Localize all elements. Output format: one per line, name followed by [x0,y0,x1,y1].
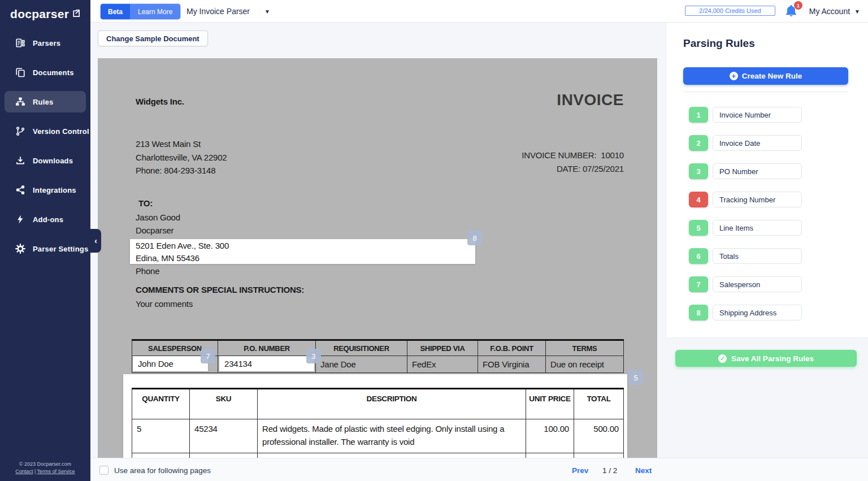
rule-number-badge: 7 [689,276,708,292]
export-icon [71,8,81,20]
download-icon [15,155,25,166]
rule-number-badge: 3 [689,163,708,179]
document-preview[interactable]: Widgets Inc. INVOICE 213 West Main St Ch… [98,58,657,458]
table-cell-unit-price: 100.00 [526,419,574,453]
parsing-rules-panel: Parsing Rules + Create New Rule 1 Invoic… [667,23,868,337]
table-header: QUANTITY [132,389,190,419]
panel-title: Parsing Rules [683,37,755,50]
shipping-address-highlight[interactable]: 5201 Eden Ave., Ste. 300 Edina, MN 55436 [130,239,475,264]
table-cell-partial-text: if installed by un-licensed widget insta… [258,453,526,458]
change-sample-document-button[interactable]: Change Sample Document [98,31,208,46]
rule-badge-salesperson[interactable]: 7 [201,349,215,363]
table-header: P.O. NUMBER [218,340,316,356]
po-number-highlight[interactable]: 234134 [219,356,314,371]
parser-selector[interactable]: My Invoice Parser ▼ [186,0,270,23]
table-cell-shipped-via: FedEx [407,356,478,373]
rule-number-badge: 1 [689,107,708,123]
rule-badge-shipping-address[interactable]: 8 [467,231,482,245]
logo-text: docparser [10,7,69,21]
account-menu[interactable]: My Account ▼ [809,0,860,23]
page-indicator: 1 / 2 [602,466,617,475]
next-page-button[interactable]: Next [635,466,652,475]
table-header: SKU [190,389,258,419]
to-city: Edina, MN 55436 [136,252,475,265]
plus-circle-icon: + [730,72,738,80]
table-cell-total: 500.00 [574,419,624,453]
to-name: Jason Good [136,213,180,222]
parser-name: My Invoice Parser [186,7,250,16]
invoice-meta: INVOICE NUMBER: 10010 DATE: 07/25/2021 [522,149,624,176]
use-area-checkbox[interactable] [99,466,108,475]
beta-button-group: Beta Learn More [101,4,180,19]
sidebar-item-parser-settings[interactable]: Parser Settings [0,234,90,263]
prev-page-button[interactable]: Prev [572,466,588,475]
table-cell [574,453,624,458]
rule-badge-po-number[interactable]: 3 [306,349,321,363]
notifications-button[interactable]: 1 [784,3,801,20]
sidebar-item-downloads[interactable]: Downloads [0,146,90,175]
table-cell-requisitioner: Jane Doe [316,356,407,373]
sidebar-nav: Parsers Documents Rules Version Control … [0,28,90,263]
save-all-parsing-rules-button[interactable]: ✓ Save All Parsing Rules [675,350,857,367]
use-area-label: Use area for following pages [114,466,211,475]
phone-label: Phone [136,266,159,276]
rule-label[interactable]: Invoice Date [713,135,802,151]
address-line: 213 West Main St [136,137,227,151]
comments-label: COMMENTS OR SPECIAL INSTRUCTIONS: [136,285,304,294]
rule-label[interactable]: Tracking Number [713,192,802,207]
rule-number-badge: 4 [689,192,708,207]
rule-label[interactable]: Totals [713,248,802,264]
table-header: TERMS [546,340,624,356]
rule-badge-line-items[interactable]: 5 [628,370,643,385]
to-label: TO: [138,198,153,208]
sidebar-item-parsers[interactable]: Parsers [0,28,90,58]
table-cell-description: Red widgets. Made of plastic with steel … [258,419,526,453]
docparser-app: docparser Parsers Documents Rules Versio… [0,0,868,481]
salesperson-highlight[interactable]: John Doe [133,356,208,371]
sidebar-item-add-ons[interactable]: Add-ons [0,205,90,234]
sidebar-item-version-control[interactable]: Version Control [0,116,90,146]
chevron-down-icon: ▼ [854,8,860,15]
table-cell-terms: Due on receipt [546,356,624,373]
invoice-number-value: 10010 [601,150,624,160]
sidebar-item-label: Rules [33,98,53,106]
chevron-left-icon: ‹ [94,236,97,245]
logo[interactable]: docparser [0,0,90,28]
address-line: Phone: 804-293-3148 [136,164,227,177]
invoice-company: Widgets Inc. [136,97,184,106]
rule-label[interactable]: Invoice Number [713,107,802,123]
sidebar-item-label: Parsers [33,39,60,47]
learn-more-button[interactable]: Learn More [130,4,180,19]
rule-label[interactable]: Shipping Address [713,305,802,320]
gear-icon [15,244,25,254]
rule-label[interactable]: Line Items [713,220,802,236]
rule-number-badge: 5 [689,220,708,236]
sidebar-item-label: Integrations [33,186,76,194]
rule-number-badge: 2 [689,135,708,151]
invoice-address: 213 West Main St Charlottesville, VA 229… [136,137,227,177]
table-header: DESCRIPTION [258,389,526,419]
table-header: F.O.B. POINT [478,340,546,356]
sidebar-item-rules[interactable]: Rules [5,91,86,112]
to-street: 5201 Eden Ave., Ste. 300 [136,240,475,252]
sidebar-collapse-button[interactable]: ‹ [90,229,101,253]
credits-indicator[interactable]: 2/24,000 Credits Used [685,6,775,16]
rules-icon [15,97,25,107]
terms-link[interactable]: Terms of Service [37,469,75,474]
invoice-number-label: INVOICE NUMBER: [522,150,596,160]
footer-bar: Use area for following pages Prev 1 / 2 … [90,458,868,481]
topbar: Beta Learn More My Invoice Parser ▼ 2/24… [90,0,868,23]
line-items-table: QUANTITY SKU DESCRIPTION UNIT PRICE TOTA… [132,388,624,458]
notification-count-badge: 1 [794,1,802,10]
sidebar-item-integrations[interactable]: Integrations [0,175,90,205]
invoice-title: INVOICE [557,91,624,109]
rule-label[interactable]: Salesperson [713,276,802,292]
table-header: TOTAL [574,389,624,419]
create-new-rule-button[interactable]: + Create New Rule [683,67,848,85]
table-header: SHIPPED VIA [407,340,478,356]
rule-label[interactable]: PO Number [713,163,802,179]
check-circle-icon: ✓ [718,354,727,363]
contact-link[interactable]: Contact [15,469,33,474]
sidebar-item-documents[interactable]: Documents [0,58,90,87]
address-line: Charlottesville, VA 22902 [136,151,227,164]
